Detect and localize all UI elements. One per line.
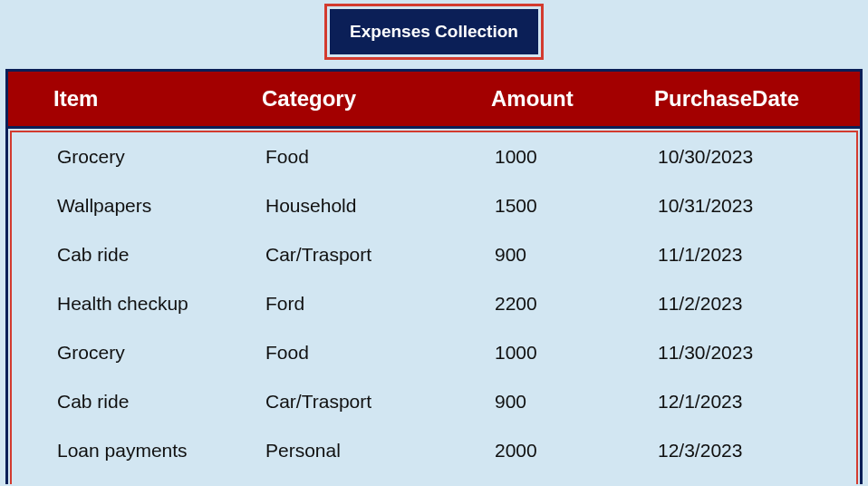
table-row: Grocery Food 1000 10/30/2023 [12, 132, 856, 181]
table-row: Cab ride Car/Trasport 900 12/1/2023 [12, 377, 856, 426]
cell-date: 11/30/2023 [658, 342, 856, 364]
cell-item: Cab ride [57, 391, 265, 413]
cell-category: Food [265, 342, 495, 364]
cell-amount: 1000 [495, 342, 658, 364]
cell-item: Health checkup [57, 293, 265, 315]
table-body: Grocery Food 1000 10/30/2023 Wallpapers … [10, 131, 858, 484]
cell-date: 12/1/2023 [658, 391, 856, 413]
table-header-row: Item Category Amount PurchaseDate [8, 72, 860, 129]
table-row: Loan payments Personal 2000 12/3/2023 [12, 426, 856, 475]
cell-category: Ford [265, 293, 495, 315]
cell-item: Loan payments [57, 440, 265, 462]
cell-date: 10/30/2023 [658, 146, 856, 168]
title-outline: Expenses Collection [324, 4, 544, 60]
expenses-collection-button[interactable]: Expenses Collection [330, 9, 538, 54]
header-category: Category [262, 86, 491, 112]
cell-amount: 2000 [495, 440, 658, 462]
cell-amount: 1500 [495, 195, 658, 217]
cell-item: Grocery [57, 146, 265, 168]
cell-item: Wallpapers [57, 195, 265, 217]
header-amount: Amount [491, 86, 654, 112]
cell-category: Car/Trasport [265, 244, 495, 266]
table-row: Cab ride Car/Trasport 900 11/1/2023 [12, 230, 856, 279]
cell-category: Car/Trasport [265, 391, 495, 413]
cell-category: Personal [265, 440, 495, 462]
cell-date: 10/31/2023 [658, 195, 856, 217]
cell-category: Household [265, 195, 495, 217]
table-row: Wallpapers Household 1500 10/31/2023 [12, 181, 856, 230]
header-purchase-date: PurchaseDate [654, 86, 860, 112]
cell-date: 11/2/2023 [658, 293, 856, 315]
cell-amount: 1000 [495, 146, 658, 168]
table-row: Health checkup Ford 2200 11/2/2023 [12, 279, 856, 328]
cell-date: 11/1/2023 [658, 244, 856, 266]
expenses-table: Item Category Amount PurchaseDate Grocer… [5, 69, 863, 484]
cell-amount: 900 [495, 391, 658, 413]
cell-date: 12/3/2023 [658, 440, 856, 462]
header-item: Item [53, 86, 262, 112]
cell-category: Food [265, 146, 495, 168]
cell-item: Cab ride [57, 244, 265, 266]
cell-amount: 2200 [495, 293, 658, 315]
cell-amount: 900 [495, 244, 658, 266]
cell-item: Grocery [57, 342, 265, 364]
table-row: Grocery Food 1000 11/30/2023 [12, 328, 856, 377]
